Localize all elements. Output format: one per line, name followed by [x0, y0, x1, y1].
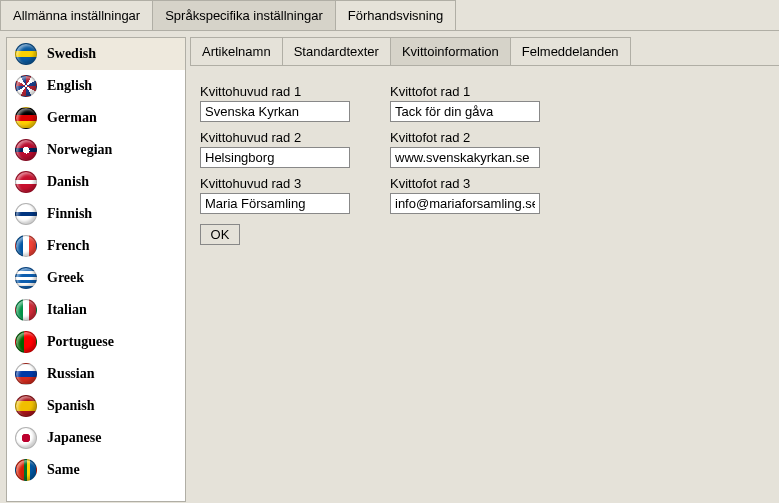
language-item-german[interactable]: German	[7, 102, 185, 134]
russian-flag-icon	[15, 363, 37, 385]
italian-flag-icon	[15, 299, 37, 321]
sub-tab-articles[interactable]: Artikelnamn	[190, 37, 283, 65]
language-sidebar: SwedishEnglishGermanNorwegianDanishFinni…	[6, 37, 186, 502]
language-label: Finnish	[47, 206, 92, 222]
foot2-label: Kvittofot rad 2	[390, 130, 540, 145]
language-item-same[interactable]: Same	[7, 454, 185, 486]
language-label: German	[47, 110, 97, 126]
language-label: Spanish	[47, 398, 94, 414]
language-label: Portuguese	[47, 334, 114, 350]
foot3-input[interactable]	[390, 193, 540, 214]
language-item-danish[interactable]: Danish	[7, 166, 185, 198]
french-flag-icon	[15, 235, 37, 257]
head2-label: Kvittohuvud rad 2	[200, 130, 350, 145]
foot1-input[interactable]	[390, 101, 540, 122]
sub-tab-stdtext[interactable]: Standardtexter	[282, 37, 391, 65]
receipt-footer-column: Kvittofot rad 1 Kvittofot rad 2 Kvittofo…	[390, 80, 540, 245]
finnish-flag-icon	[15, 203, 37, 225]
head2-input[interactable]	[200, 147, 350, 168]
language-item-japanese[interactable]: Japanese	[7, 422, 185, 454]
danish-flag-icon	[15, 171, 37, 193]
norwegian-flag-icon	[15, 139, 37, 161]
language-label: French	[47, 238, 90, 254]
foot2-input[interactable]	[390, 147, 540, 168]
language-label: Same	[47, 462, 80, 478]
foot3-label: Kvittofot rad 3	[390, 176, 540, 191]
sub-tab-receipt[interactable]: Kvittoinformation	[390, 37, 511, 65]
sub-tab-bar: ArtikelnamnStandardtexterKvittoinformati…	[190, 37, 779, 66]
greek-flag-icon	[15, 267, 37, 289]
spanish-flag-icon	[15, 395, 37, 417]
swedish-flag-icon	[15, 43, 37, 65]
language-item-portuguese[interactable]: Portuguese	[7, 326, 185, 358]
receipt-form: Kvittohuvud rad 1 Kvittohuvud rad 2 Kvit…	[190, 66, 779, 259]
language-item-spanish[interactable]: Spanish	[7, 390, 185, 422]
head1-label: Kvittohuvud rad 1	[200, 84, 350, 99]
head3-input[interactable]	[200, 193, 350, 214]
language-label: Norwegian	[47, 142, 112, 158]
language-item-swedish[interactable]: Swedish	[7, 38, 185, 70]
language-item-english[interactable]: English	[7, 70, 185, 102]
head1-input[interactable]	[200, 101, 350, 122]
language-item-russian[interactable]: Russian	[7, 358, 185, 390]
foot1-label: Kvittofot rad 1	[390, 84, 540, 99]
language-label: Italian	[47, 302, 87, 318]
language-item-norwegian[interactable]: Norwegian	[7, 134, 185, 166]
language-label: Swedish	[47, 46, 96, 62]
language-label: Russian	[47, 366, 94, 382]
language-label: Japanese	[47, 430, 101, 446]
top-tab-bar: Allmänna inställningarSpråkspecifika ins…	[0, 0, 779, 31]
language-label: Greek	[47, 270, 84, 286]
content-area: ArtikelnamnStandardtexterKvittoinformati…	[186, 31, 779, 502]
ok-button[interactable]: OK	[200, 224, 240, 245]
language-item-italian[interactable]: Italian	[7, 294, 185, 326]
main-area: SwedishEnglishGermanNorwegianDanishFinni…	[0, 31, 779, 502]
language-item-finnish[interactable]: Finnish	[7, 198, 185, 230]
german-flag-icon	[15, 107, 37, 129]
japanese-flag-icon	[15, 427, 37, 449]
top-tab-preview[interactable]: Förhandsvisning	[335, 0, 456, 30]
language-label: Danish	[47, 174, 89, 190]
language-item-greek[interactable]: Greek	[7, 262, 185, 294]
receipt-header-column: Kvittohuvud rad 1 Kvittohuvud rad 2 Kvit…	[200, 80, 350, 245]
english-flag-icon	[15, 75, 37, 97]
top-tab-langspec[interactable]: Språkspecifika inställningar	[152, 0, 336, 30]
language-label: English	[47, 78, 92, 94]
sub-tab-errors[interactable]: Felmeddelanden	[510, 37, 631, 65]
language-item-french[interactable]: French	[7, 230, 185, 262]
same-flag-icon	[15, 459, 37, 481]
head3-label: Kvittohuvud rad 3	[200, 176, 350, 191]
portuguese-flag-icon	[15, 331, 37, 353]
top-tab-general[interactable]: Allmänna inställningar	[0, 0, 153, 30]
